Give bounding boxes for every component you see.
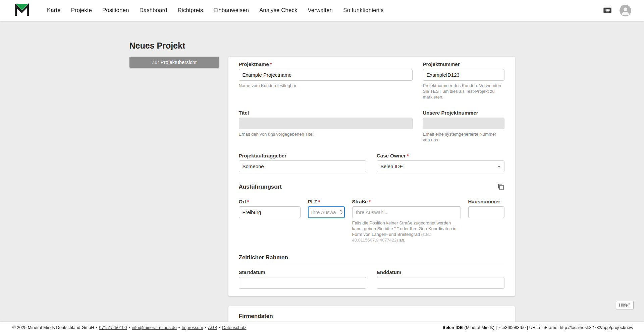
footer-separator: • bbox=[219, 325, 221, 330]
nav-item-so-funktionierts[interactable]: So funktioniert's bbox=[343, 7, 383, 14]
titel-label: Titel bbox=[239, 110, 413, 116]
strasse-input[interactable] bbox=[352, 206, 461, 218]
main-menu: Karte Projekte Positionen Dashboard Rich… bbox=[47, 7, 384, 14]
nav-item-karte[interactable]: Karte bbox=[47, 7, 61, 14]
enddatum-field: Enddatum bbox=[377, 269, 504, 289]
footer-separator: • bbox=[96, 325, 98, 330]
nav-item-positionen[interactable]: Positionen bbox=[102, 7, 129, 14]
projektnummer-label: Projektnummer bbox=[423, 61, 504, 67]
startdatum-label: Startdatum bbox=[239, 269, 367, 275]
email-link[interactable]: info@mineral-minds.de bbox=[132, 325, 177, 330]
project-form-card: Projektname* Name vom Kunden festlegbar … bbox=[228, 57, 515, 296]
firmendaten-section-title: Firmendaten bbox=[239, 313, 273, 320]
projektnummer-helper: Projektnummer des Kunden. Verwenden Sie … bbox=[423, 83, 504, 100]
session-owner-text: Selen IDE bbox=[443, 325, 463, 330]
case-owner-selected-value: Selen IDE bbox=[380, 163, 403, 169]
required-mark: * bbox=[369, 199, 371, 204]
case-owner-field: Case Owner* Selen IDE bbox=[377, 153, 504, 172]
case-owner-select[interactable]: Selen IDE bbox=[377, 160, 504, 172]
ausfuehrungsort-section-title: Ausführungsort bbox=[239, 184, 282, 190]
nav-item-dashboard[interactable]: Dashboard bbox=[139, 7, 167, 14]
hausnummer-input[interactable] bbox=[468, 206, 504, 218]
page-title: Neues Projekt bbox=[129, 41, 515, 51]
projektauftraggeber-input[interactable] bbox=[239, 160, 367, 172]
zeitlicher-rahmen-section-header: Zeitlicher Rahmen bbox=[239, 254, 504, 264]
projektauftraggeber-label: Projektauftraggeber bbox=[239, 153, 367, 158]
top-navigation-bar: Karte Projekte Positionen Dashboard Rich… bbox=[0, 0, 644, 21]
user-avatar[interactable] bbox=[620, 5, 631, 16]
projektauftraggeber-field: Projektauftraggeber bbox=[239, 153, 367, 172]
startdatum-input[interactable] bbox=[239, 277, 367, 289]
enddatum-input[interactable] bbox=[377, 277, 504, 289]
ort-field: Ort* bbox=[239, 199, 301, 243]
copy-icon[interactable] bbox=[498, 184, 504, 190]
projektname-label: Projektname* bbox=[239, 61, 413, 67]
projektname-input[interactable] bbox=[239, 69, 413, 81]
ort-label: Ort* bbox=[239, 199, 301, 204]
firmendaten-section-header: Firmendaten bbox=[239, 313, 504, 322]
nav-right-actions bbox=[603, 5, 631, 16]
phone-link[interactable]: 07151/250100 bbox=[99, 325, 127, 330]
help-button[interactable]: Hilfe? bbox=[616, 301, 634, 309]
datenschutz-link[interactable]: Datenschutz bbox=[222, 325, 246, 330]
footer-right: Selen IDE (Mineral Minds) | 7ce360e83fb0… bbox=[443, 325, 633, 330]
required-mark: * bbox=[318, 199, 320, 204]
logo-icon bbox=[14, 3, 29, 18]
footer-separator: • bbox=[178, 325, 180, 330]
titel-input bbox=[239, 118, 413, 129]
footer-separator: • bbox=[205, 325, 207, 330]
ausfuehrungsort-section-header: Ausführungsort bbox=[239, 184, 504, 193]
case-owner-label: Case Owner* bbox=[377, 153, 504, 158]
iframe-info-text: (Mineral Minds) | 7ce360e83fb0 | URL of … bbox=[465, 325, 633, 330]
impressum-link[interactable]: Impressum bbox=[181, 325, 203, 330]
nav-item-analyse-check[interactable]: Analyse Check bbox=[259, 7, 297, 14]
unsere-projektnummer-label: Unsere Projektnummer bbox=[423, 110, 504, 116]
projektname-helper: Name vom Kunden festlegbar bbox=[239, 83, 413, 88]
back-to-project-overview-button[interactable]: Zur Projektübersicht bbox=[129, 57, 219, 68]
titel-field: Titel Erhält den von uns vorgegebenen Ti… bbox=[239, 110, 413, 143]
startdatum-field: Startdatum bbox=[239, 269, 367, 289]
nav-item-projekte[interactable]: Projekte bbox=[71, 7, 92, 14]
unsere-projektnummer-helper: Erhält eine systemgenerierte Nummer von … bbox=[423, 131, 504, 143]
required-mark: * bbox=[407, 153, 409, 158]
chevron-down-icon bbox=[497, 166, 501, 168]
page-footer: © 2025 Mineral Minds Deutschland GmbH • … bbox=[0, 322, 644, 333]
hausnummer-field: Hausnummer bbox=[468, 199, 504, 243]
projektname-field: Projektname* Name vom Kunden festlegbar bbox=[239, 61, 413, 100]
enddatum-label: Enddatum bbox=[377, 269, 504, 275]
plz-label: PLZ* bbox=[308, 199, 345, 204]
footer-separator: • bbox=[128, 325, 130, 330]
required-mark: * bbox=[270, 61, 272, 67]
mineral-minds-logo[interactable] bbox=[14, 3, 29, 18]
content-area: Neues Projekt Zur Projektübersicht Proje… bbox=[0, 21, 644, 322]
zeitlicher-rahmen-section-title: Zeitlicher Rahmen bbox=[239, 254, 288, 261]
unsere-projektnummer-field: Unsere Projektnummer Erhält eine systemg… bbox=[423, 110, 504, 143]
agb-link[interactable]: AGB bbox=[208, 325, 217, 330]
copyright-text: © 2025 Mineral Minds Deutschland GmbH bbox=[12, 325, 94, 330]
strasse-helper: Falls die Position keiner Straße zugeord… bbox=[352, 220, 461, 243]
keyboard-icon[interactable] bbox=[603, 6, 612, 15]
hausnummer-label: Hausnummer bbox=[468, 199, 504, 204]
nav-item-einbauweisen[interactable]: Einbauweisen bbox=[213, 7, 249, 14]
plz-field: PLZ* bbox=[308, 199, 345, 243]
projektnummer-input[interactable] bbox=[423, 69, 504, 81]
strasse-label: Straße* bbox=[352, 199, 461, 204]
ort-input[interactable] bbox=[239, 206, 301, 218]
strasse-field: Straße* Falls die Position keiner Straße… bbox=[352, 199, 461, 243]
projektnummer-field: Projektnummer Projektnummer des Kunden. … bbox=[423, 61, 504, 100]
titel-helper: Erhält den von uns vorgegebenen Titel. bbox=[239, 131, 413, 137]
nav-item-richtpreis[interactable]: Richtpreis bbox=[178, 7, 203, 14]
required-mark: * bbox=[247, 199, 249, 204]
company-data-card: Firmendaten bbox=[228, 306, 515, 322]
nav-item-verwalten[interactable]: Verwalten bbox=[308, 7, 333, 14]
unsere-projektnummer-input bbox=[423, 118, 504, 129]
footer-left: © 2025 Mineral Minds Deutschland GmbH • … bbox=[12, 325, 247, 330]
